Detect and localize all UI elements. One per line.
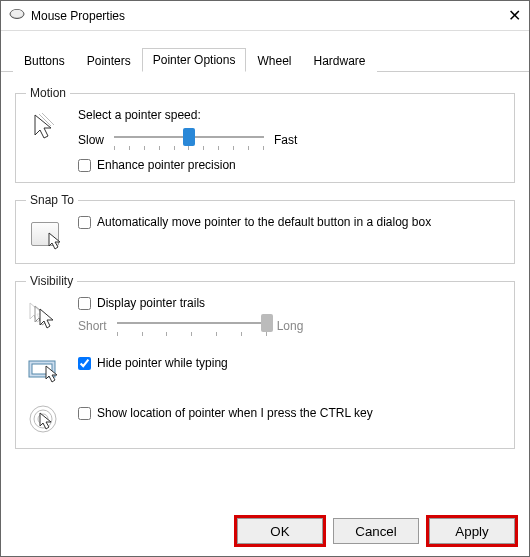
snapto-group: Snap To Automatically move pointer to th…: [15, 193, 515, 264]
ctrl-locate-label: Show location of pointer when I press th…: [97, 406, 373, 420]
ctrl-locate-row[interactable]: Show location of pointer when I press th…: [78, 406, 504, 420]
slow-label: Slow: [78, 133, 104, 147]
hide-typing-label: Hide pointer while typing: [97, 356, 228, 370]
enhance-precision-label: Enhance pointer precision: [97, 158, 236, 172]
snapto-checkbox[interactable]: [78, 216, 91, 229]
tab-pointer-options[interactable]: Pointer Options: [142, 48, 247, 72]
tab-strip: Buttons Pointers Pointer Options Wheel H…: [1, 31, 529, 72]
hide-typing-checkbox[interactable]: [78, 357, 91, 370]
window-title: Mouse Properties: [31, 9, 481, 23]
ctrl-locate-icon: [26, 400, 64, 438]
titlebar: Mouse Properties ✕: [1, 1, 529, 31]
visibility-group: Visibility Display pointer trails Short: [15, 274, 515, 449]
apply-button[interactable]: Apply: [429, 518, 515, 544]
mouse-icon: [9, 8, 25, 23]
tab-wheel[interactable]: Wheel: [246, 49, 302, 72]
pointer-speed-slider[interactable]: [114, 128, 264, 152]
tab-pointers[interactable]: Pointers: [76, 49, 142, 72]
short-label: Short: [78, 319, 107, 333]
pointer-trails-icon: [26, 296, 64, 334]
svg-point-1: [11, 10, 23, 18]
trails-checkbox[interactable]: [78, 297, 91, 310]
hide-typing-icon: [26, 350, 64, 388]
tab-buttons[interactable]: Buttons: [13, 49, 76, 72]
enhance-precision-row[interactable]: Enhance pointer precision: [78, 158, 504, 172]
motion-group: Motion Select a pointer speed: Slow Fas: [15, 86, 515, 183]
trails-slider: [117, 314, 267, 338]
fast-label: Fast: [274, 133, 297, 147]
tab-hardware[interactable]: Hardware: [302, 49, 376, 72]
trails-row[interactable]: Display pointer trails: [78, 296, 504, 310]
snapto-legend: Snap To: [26, 193, 78, 207]
snapto-icon: [26, 215, 64, 253]
snapto-row[interactable]: Automatically move pointer to the defaul…: [78, 215, 504, 229]
pointer-speed-prompt: Select a pointer speed:: [78, 108, 504, 122]
cancel-button[interactable]: Cancel: [333, 518, 419, 544]
snapto-label: Automatically move pointer to the defaul…: [97, 215, 431, 229]
mouse-properties-dialog: Mouse Properties ✕ Buttons Pointers Poin…: [0, 0, 530, 557]
visibility-legend: Visibility: [26, 274, 77, 288]
trails-label: Display pointer trails: [97, 296, 205, 310]
long-label: Long: [277, 319, 304, 333]
ctrl-locate-checkbox[interactable]: [78, 407, 91, 420]
pointer-speed-icon: [26, 108, 64, 146]
hide-typing-row[interactable]: Hide pointer while typing: [78, 356, 504, 370]
ok-button[interactable]: OK: [237, 518, 323, 544]
tab-content: Motion Select a pointer speed: Slow Fas: [1, 72, 529, 508]
dialog-buttons: OK Cancel Apply: [1, 508, 529, 556]
motion-legend: Motion: [26, 86, 70, 100]
enhance-precision-checkbox[interactable]: [78, 159, 91, 172]
close-button[interactable]: ✕: [481, 6, 521, 25]
